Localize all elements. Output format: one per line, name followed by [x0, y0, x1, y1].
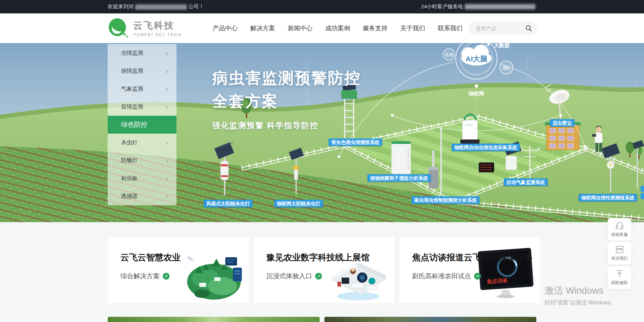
chevron-right-icon: › — [166, 67, 168, 74]
logo-title: 云飞科技 — [133, 19, 182, 32]
menu-item-moth-lamp[interactable]: 防蛾灯› — [108, 152, 176, 169]
chevron-right-icon: › — [166, 85, 168, 92]
link-arrow-icon: ↗ — [163, 273, 170, 280]
redacted-phone-number — [465, 4, 535, 9]
welcome-text: 欢迎来到河公司！ — [108, 3, 204, 10]
header: 云飞科技 YUNFEI SCI-TECH 产品中心 解决方案 新闻中心 成功案例… — [0, 13, 644, 43]
edge-indicator[interactable] — [641, 186, 644, 192]
device-label[interactable]: 风吸式太阳能杀虫灯 — [204, 200, 253, 207]
hero-copy: 病虫害监测预警防控全套方案 强化监测预警 科学指导防控 — [212, 66, 361, 131]
search-input[interactable] — [476, 25, 520, 31]
feature-card-smart-agriculture[interactable]: 云飞云智慧农业 综合解决方案↗ — [108, 237, 249, 303]
chevron-right-icon: › — [166, 103, 168, 110]
back-to-top-button[interactable]: 回到顶部 — [608, 266, 631, 289]
nav-item-cases[interactable]: 成功案例 — [325, 24, 351, 32]
nav-item-products[interactable]: 产品中心 — [212, 24, 238, 32]
hub-node-bigdata: 大数据 — [494, 43, 510, 48]
device-label[interactable]: 自动气象监测系统 — [504, 178, 548, 186]
card-title: 焦点访谈报道云飞数字植保设备 — [412, 252, 540, 263]
card-title: 云飞云智慧农业 — [120, 252, 249, 263]
card-title: 豫见农业数字科技线上展馆 — [266, 252, 395, 263]
nav-item-news[interactable]: 新闻中心 — [287, 24, 313, 32]
menu-item-weather-monitoring[interactable]: 气象监测› — [108, 80, 176, 98]
next-section-image-left[interactable] — [108, 317, 320, 322]
card-link[interactable]: 综合解决方案↗ — [120, 272, 249, 281]
feature-section: 云飞云智慧农业 综合解决方案↗ 豫见农业数字科技线上展馆 沉浸式体验入口↗ — [0, 222, 644, 322]
edge-indicator[interactable] — [641, 193, 644, 199]
follow-card-icon — [615, 245, 624, 254]
device-label[interactable]: 吸虫塔虫情智能测报分析系统 — [411, 196, 480, 204]
search-box — [468, 21, 537, 35]
menu-item-disease-monitoring[interactable]: 病情监测› — [108, 62, 176, 80]
device-label[interactable]: 物联网虫情性诱测报系统 — [579, 194, 637, 201]
device-label[interactable]: 害虫色诱虫情测报系统 — [329, 138, 382, 146]
hub-center-label: AI大脑 — [466, 55, 487, 63]
device-label[interactable]: 昆虫雷达 — [550, 119, 575, 127]
headset-icon — [615, 221, 624, 230]
device-label[interactable]: 植物病菌孢子捕捉分析系统 — [367, 174, 431, 182]
menu-item-insect-monitoring[interactable]: 虫情监测› — [108, 44, 176, 62]
card-link[interactable]: 沉浸式体验入口↗ — [266, 272, 395, 281]
follow-us-button[interactable]: 关注我们 — [608, 242, 631, 264]
chevron-right-icon: › — [166, 193, 168, 200]
logo[interactable]: 云飞科技 YUNFEI SCI-TECH — [108, 18, 182, 39]
chevron-right-icon: › — [166, 175, 168, 182]
hub-node-iot: 物联网 — [469, 91, 484, 96]
back-to-top-icon — [615, 269, 624, 278]
redacted-company-name — [135, 4, 187, 10]
topbar: 欢迎来到河公司！ 24小时客户服务电 — [0, 0, 644, 13]
search-icon[interactable] — [525, 25, 532, 32]
feature-card-media-report[interactable]: 焦点访谈报道云飞数字植保设备 尉氏高标准农田试点↗ 焦点访谈 — [399, 237, 540, 303]
chevron-right-icon: › — [166, 50, 168, 56]
chevron-right-icon: › — [166, 157, 168, 164]
hero-subtitle: 强化监测预警 科学指导防控 — [212, 120, 361, 131]
hero-title: 病虫害监测预警防控全套方案 — [212, 66, 361, 113]
page: 欢迎来到河公司！ 24小时客户服务电 云飞科技 YUNFEI SCI-TECH … — [0, 0, 644, 322]
device-label[interactable]: 物联网太阳能杀虫灯 — [274, 200, 323, 207]
hero-banner[interactable]: 01001011101001011010010110 0100101110100… — [0, 43, 644, 222]
menu-item-green-control[interactable]: 绿色防控› — [108, 116, 176, 134]
online-service-button[interactable]: 在线客服 — [608, 218, 631, 241]
link-arrow-icon: ↗ — [315, 273, 322, 280]
menu-item-seedling-monitoring[interactable]: 苗情监测› — [108, 98, 176, 116]
nav-item-support[interactable]: 服务支持 — [362, 24, 388, 32]
nav-item-about[interactable]: 关于我们 — [400, 24, 426, 32]
nav-item-solutions[interactable]: 解决方案 — [250, 24, 276, 32]
nav-item-contact[interactable]: 联系我们 — [437, 24, 463, 32]
menu-item-sticky-board[interactable]: 粘虫板› — [108, 169, 176, 187]
chevron-right-icon: › — [166, 139, 168, 146]
hub-node-5g: 5G — [503, 65, 510, 71]
floating-toolbar: 在线客服 关注我们 回到顶部 — [608, 218, 631, 290]
feature-card-online-exhibition[interactable]: 豫见农业数字科技线上展馆 沉浸式体验入口↗ — [254, 237, 395, 303]
device-label[interactable]: 物联网自动虫情信息采集系统 — [452, 144, 520, 151]
link-arrow-icon: ↗ — [474, 273, 481, 280]
menu-item-insect-killer-lamp[interactable]: 杀虫灯› — [108, 134, 176, 152]
next-section-image-right[interactable] — [324, 317, 536, 322]
hub-node-remote-sensing: 遥感 — [445, 52, 453, 57]
logo-mark-icon — [108, 18, 129, 39]
windows-activation-watermark: 激活 Windows 转到“设置”以激活 Windows。 — [545, 284, 616, 307]
main-nav: 产品中心 解决方案 新闻中心 成功案例 服务支持 关于我们 联系我们 — [212, 24, 463, 32]
menu-item-trap[interactable]: 诱捕器› — [108, 187, 176, 205]
card-link[interactable]: 尉氏高标准农田试点↗ — [412, 272, 540, 281]
product-category-menu: 虫情监测› 病情监测› 气象监测› 苗情监测› 绿色防控› 杀虫灯› 防蛾灯› … — [108, 44, 176, 205]
service-hotline: 24小时客户服务电 — [421, 3, 537, 10]
logo-subtitle: YUNFEI SCI-TECH — [133, 32, 182, 37]
spore-catcher-cabinet — [391, 141, 411, 174]
